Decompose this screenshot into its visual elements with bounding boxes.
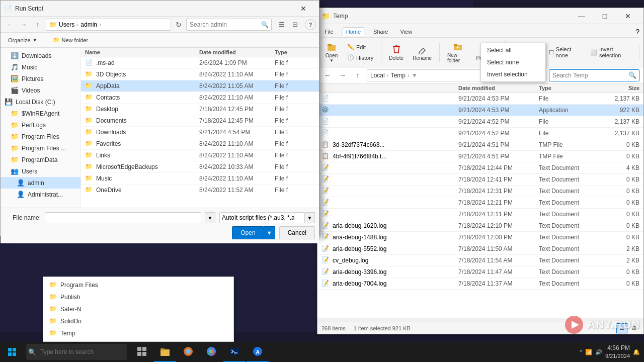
folder-row-publish[interactable]: 📁Publish	[43, 291, 233, 303]
tab-file[interactable]: File	[321, 28, 337, 36]
dialog-view-grid[interactable]: ⊟	[289, 19, 301, 31]
tab-home[interactable]: Home	[343, 27, 364, 36]
temp-file-row[interactable]: 📝 7/18/2024 12:31 PM Text Document 0 KB	[317, 186, 643, 197]
ribbon-history-button[interactable]: 🕐 History	[344, 53, 377, 62]
filename-input[interactable]	[45, 212, 201, 223]
dialog-file-row[interactable]: 📄 .ms-ad 2/6/2024 1:09 PM File f	[81, 57, 319, 69]
temp-col-type[interactable]: Type	[539, 85, 599, 91]
temp-file-row[interactable]: 📝 aria-debug-1620.log 7/18/2024 12:10 PM…	[317, 220, 643, 232]
temp-file-row[interactable]: 📝 7/18/2024 12:11 PM Text Document 0 KB	[317, 209, 643, 220]
dialog-forward-button[interactable]: →	[18, 19, 30, 31]
organize-button[interactable]: Organize ▼	[5, 36, 41, 45]
sidebar-item-perflogs[interactable]: 📁PerfLogs	[1, 119, 80, 131]
open-button[interactable]: Open	[232, 226, 264, 239]
dialog-close-button[interactable]: ✕	[292, 1, 315, 17]
ribbon-rename-button[interactable]: Rename	[409, 43, 435, 62]
temp-file-row[interactable]: 📝 aria-debug-7004.log 7/18/2024 11:37 AM…	[317, 278, 643, 290]
ribbon-new-folder-button[interactable]: + New folder	[444, 40, 472, 65]
ctx-select-all[interactable]: Select all	[481, 44, 545, 56]
temp-minimize-button[interactable]: —	[570, 8, 593, 24]
dialog-file-row[interactable]: 📁 Links 8/24/2022 11:10 AM File f	[81, 150, 319, 161]
dialog-file-row[interactable]: 📁 Downloads 9/21/2024 4:54 PM File f	[81, 127, 319, 138]
sidebar-item-music[interactable]: 🎵Music	[1, 61, 80, 73]
taskbar-clock[interactable]: 4:56 PM 9/21/2024	[605, 344, 630, 360]
temp-search-input[interactable]	[549, 69, 639, 81]
temp-file-row[interactable]: 📝 cv_debug.log 7/18/2024 11:54 AM Text D…	[317, 255, 643, 266]
temp-file-row[interactable]: 📝 7/18/2024 12:21 PM Text Document 0 KB	[317, 197, 643, 209]
temp-nav-forward[interactable]: →	[337, 69, 349, 81]
dialog-file-row[interactable]: 📁 OneDrive 8/24/2022 11:52 AM File f	[81, 185, 319, 196]
tray-network-icon[interactable]: 📶	[585, 349, 592, 355]
dialog-col-type[interactable]: Type	[275, 49, 315, 55]
taskbar-autoit[interactable]: A	[247, 342, 269, 362]
notification-icon[interactable]: 🔔	[633, 349, 640, 355]
temp-file-row[interactable]: 📝 aria-debug-5552.log 7/18/2024 11:50 AM…	[317, 243, 643, 255]
dialog-back-button[interactable]: ←	[4, 19, 16, 31]
dialog-file-row[interactable]: 📁 MicrosoftEdgeBackups 8/24/2022 10:33 A…	[81, 161, 319, 173]
folder-row-safer-n[interactable]: 📁Safer-N	[43, 303, 233, 315]
dialog-search-input[interactable]	[186, 19, 272, 31]
temp-maximize-button[interactable]: □	[593, 8, 616, 24]
sidebar-item-local-disk-c[interactable]: 💾Local Disk (C:)	[1, 96, 80, 108]
dialog-file-row[interactable]: 📁 AppData 8/24/2022 11:05 AM File f	[81, 80, 319, 92]
dialog-breadcrumb[interactable]: 📁 Users › admin ›	[46, 19, 171, 31]
ribbon-edit-button[interactable]: ✏️ Edit	[344, 42, 377, 52]
temp-file-row[interactable]: 📝 7/18/2024 12:44 PM Text Document 4 KB	[317, 162, 643, 174]
temp-file-row[interactable]: 📋 4bf-4f91f766f84b.t... 9/21/2024 4:51 P…	[317, 151, 643, 162]
temp-nav-back[interactable]: ←	[321, 69, 334, 81]
dialog-col-name[interactable]: Name	[85, 49, 199, 55]
ctx-select-none[interactable]: Select none	[481, 56, 545, 68]
dialog-file-row[interactable]: 📁 Music 8/24/2022 11:10 AM File f	[81, 173, 319, 185]
taskbar-explorer[interactable]	[154, 342, 176, 362]
cancel-button[interactable]: Cancel	[279, 226, 315, 239]
dialog-file-row[interactable]: 📁 Contacts 8/24/2022 11:10 AM File f	[81, 92, 319, 104]
temp-file-row[interactable]: 📄 9/21/2024 4:53 PM File 2,137 KB	[317, 93, 643, 105]
dialog-file-row[interactable]: 📁 Favorites 8/24/2022 11:10 AM File f	[81, 138, 319, 150]
temp-file-row[interactable]: 📝 aria-debug-3396.log 7/18/2024 11:47 AM…	[317, 266, 643, 278]
taskbar-chrome[interactable]	[200, 342, 222, 362]
ribbon-help-button[interactable]: ?	[635, 28, 639, 36]
tray-chevron-icon[interactable]: ^	[580, 349, 582, 355]
dialog-file-row[interactable]: 📁 3D Objects 8/24/2022 11:10 AM File f	[81, 69, 319, 80]
temp-file-row[interactable]: 📄 9/21/2024 4:52 PM File 2,137 KB	[317, 128, 643, 139]
sidebar-item-videos[interactable]: 🎬Videos	[1, 84, 80, 96]
temp-file-row[interactable]: 📝 7/18/2024 12:41 PM Text Document 0 KB	[317, 174, 643, 186]
temp-file-row[interactable]: 📋 3d-32df7374c663... 9/21/2024 4:51 PM T…	[317, 139, 643, 151]
temp-file-row[interactable]: 📄 9/21/2024 4:52 PM File 2,137 KB	[317, 116, 643, 128]
start-button[interactable]	[0, 342, 24, 362]
dialog-col-date[interactable]: Date modified	[199, 49, 275, 55]
sidebar-item-winreagent[interactable]: 📁$WinREAgent	[1, 108, 80, 119]
folder-row-temp[interactable]: 📁Temp	[43, 327, 233, 339]
temp-file-row[interactable]: 📝 aria-debug-1488.log 7/18/2024 12:00 PM…	[317, 232, 643, 243]
dialog-file-row[interactable]: 📁 Documents 7/18/2024 12:45 PM File f	[81, 115, 319, 127]
sidebar-item-admin[interactable]: 👤admin	[1, 177, 80, 189]
sidebar-item-program-files[interactable]: 📁Program Files	[1, 131, 80, 142]
dialog-view-list[interactable]: ☰	[276, 19, 288, 31]
new-folder-button[interactable]: 📁 New folder	[49, 35, 92, 45]
tab-share[interactable]: Share	[370, 28, 391, 36]
temp-close-button[interactable]: ✕	[616, 8, 639, 24]
sidebar-item-program-files-[interactable]: 📁Program Files ...	[1, 142, 80, 154]
taskbar-terminal[interactable]	[223, 342, 246, 362]
folder-row-program files[interactable]: 📁Program Files	[43, 279, 233, 291]
ribbon-select-none-button[interactable]: ☐ Select none	[545, 45, 585, 60]
ribbon-open-button[interactable]: Open ▼	[321, 40, 342, 64]
dialog-file-row[interactable]: 📁 Desktop 7/18/2024 12:45 PM File f	[81, 104, 319, 115]
filetype-dropdown[interactable]: ▼	[305, 212, 315, 223]
tab-view[interactable]: View	[397, 28, 415, 36]
tray-volume-icon[interactable]: 🔊	[595, 349, 602, 355]
temp-file-row[interactable]: ⚙️ 9/21/2024 4:53 PM Application 922 KB	[317, 105, 643, 116]
ribbon-invert-button[interactable]: ⬜ Invert selection	[587, 45, 635, 60]
filename-dropdown[interactable]: ▼	[205, 212, 215, 223]
taskbar-firefox[interactable]	[177, 342, 199, 362]
bc-users[interactable]: Users	[59, 21, 74, 28]
breadcrumb-local[interactable]: Local	[370, 72, 385, 79]
folder-row-soliddo[interactable]: 📁SolidDo	[43, 315, 233, 327]
sidebar-item-administrat[interactable]: 👤Administrat...	[1, 189, 80, 200]
dialog-help-button[interactable]: ?	[305, 19, 316, 30]
address-dropdown-btn[interactable]: ▼	[412, 72, 418, 79]
temp-nav-up[interactable]: ↑	[352, 69, 364, 81]
sidebar-item-programdata[interactable]: 📁ProgramData	[1, 154, 80, 165]
bc-admin[interactable]: admin	[80, 21, 97, 28]
sidebar-item-users[interactable]: 👥Users	[1, 165, 80, 177]
